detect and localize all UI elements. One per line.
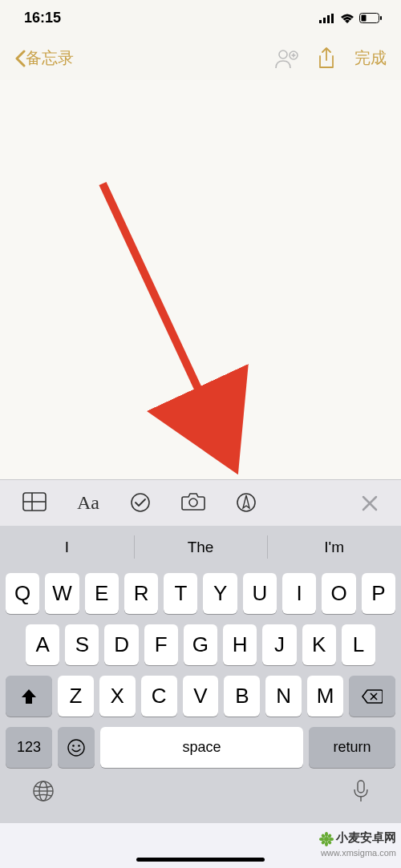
key-r[interactable]: R bbox=[124, 573, 158, 614]
svg-point-32 bbox=[325, 842, 328, 846]
camera-icon[interactable] bbox=[181, 492, 205, 514]
svg-point-31 bbox=[325, 832, 328, 837]
svg-rect-6 bbox=[380, 16, 382, 20]
key-g[interactable]: G bbox=[184, 624, 217, 665]
collaborate-icon[interactable] bbox=[274, 48, 298, 69]
svg-rect-5 bbox=[362, 15, 367, 22]
key-p[interactable]: P bbox=[362, 573, 395, 614]
key-d[interactable]: D bbox=[104, 624, 138, 665]
key-m[interactable]: M bbox=[307, 676, 343, 717]
suggestion-bar: I The I'm bbox=[0, 526, 401, 568]
key-l[interactable]: L bbox=[342, 624, 375, 665]
svg-point-16 bbox=[189, 499, 197, 507]
notes-toolbar: Aa bbox=[0, 479, 401, 526]
share-icon[interactable] bbox=[318, 47, 335, 70]
keyboard-row-1: Q W E R T Y U I O P bbox=[3, 573, 398, 614]
svg-rect-28 bbox=[358, 781, 364, 793]
checklist-icon[interactable] bbox=[130, 492, 151, 514]
battery-icon bbox=[359, 13, 382, 23]
keyboard-row-4: 123 space return bbox=[3, 727, 398, 768]
key-a[interactable]: A bbox=[26, 624, 59, 665]
key-o[interactable]: O bbox=[322, 573, 355, 614]
key-u[interactable]: U bbox=[243, 573, 277, 614]
close-keyboard-icon[interactable] bbox=[361, 495, 379, 512]
suggestion-2[interactable]: The bbox=[134, 526, 268, 568]
return-key[interactable]: return bbox=[309, 727, 395, 768]
wifi-icon bbox=[340, 13, 354, 23]
keyboard-bottom-bar bbox=[0, 772, 401, 823]
key-b[interactable]: B bbox=[224, 676, 260, 717]
done-button[interactable]: 完成 bbox=[354, 47, 387, 69]
keyboard-row-3: Z X C V B N M bbox=[3, 676, 398, 717]
navigation-bar: 备忘录 完成 bbox=[0, 36, 401, 80]
svg-rect-3 bbox=[331, 14, 334, 23]
key-t[interactable]: T bbox=[164, 573, 197, 614]
key-n[interactable]: N bbox=[265, 676, 302, 717]
status-indicators bbox=[319, 13, 382, 23]
keyboard-row-2: A S D F G H J K L bbox=[3, 624, 398, 665]
svg-point-34 bbox=[329, 838, 334, 841]
watermark: 小麦安卓网 www.xmsigma.com bbox=[318, 830, 396, 858]
back-button[interactable]: 备忘录 bbox=[14, 47, 74, 69]
suggestion-1[interactable]: I bbox=[0, 526, 134, 568]
home-indicator[interactable] bbox=[136, 858, 265, 862]
svg-rect-1 bbox=[323, 18, 326, 23]
key-s[interactable]: S bbox=[65, 624, 99, 665]
key-c[interactable]: C bbox=[141, 676, 177, 717]
backspace-key[interactable] bbox=[349, 676, 395, 717]
signal-icon bbox=[319, 14, 335, 23]
text-format-icon[interactable]: Aa bbox=[77, 492, 99, 514]
note-content-area[interactable] bbox=[0, 80, 401, 479]
status-bar: 16:15 bbox=[0, 0, 401, 36]
svg-point-24 bbox=[78, 745, 80, 747]
svg-point-30 bbox=[324, 837, 329, 842]
svg-point-15 bbox=[132, 494, 149, 511]
table-icon[interactable] bbox=[22, 492, 47, 514]
svg-point-22 bbox=[68, 740, 84, 756]
suggestion-3[interactable]: I'm bbox=[267, 526, 401, 568]
watermark-brand: 小麦安卓网 bbox=[336, 830, 396, 844]
keyboard: Q W E R T Y U I O P A S D F G H J K L Z … bbox=[0, 568, 401, 772]
key-j[interactable]: J bbox=[262, 624, 296, 665]
shift-key[interactable] bbox=[6, 676, 52, 717]
numbers-key[interactable]: 123 bbox=[6, 727, 52, 768]
key-z[interactable]: Z bbox=[58, 676, 94, 717]
key-h[interactable]: H bbox=[223, 624, 257, 665]
key-e[interactable]: E bbox=[85, 573, 119, 614]
globe-icon[interactable] bbox=[32, 780, 55, 805]
status-time: 16:15 bbox=[24, 10, 61, 26]
key-k[interactable]: K bbox=[302, 624, 336, 665]
watermark-url: www.xmsigma.com bbox=[321, 848, 396, 858]
key-i[interactable]: I bbox=[282, 573, 316, 614]
svg-point-23 bbox=[72, 745, 75, 747]
key-w[interactable]: W bbox=[45, 573, 79, 614]
emoji-key[interactable] bbox=[58, 727, 95, 768]
markup-icon[interactable] bbox=[236, 492, 257, 514]
key-y[interactable]: Y bbox=[203, 573, 237, 614]
svg-rect-0 bbox=[319, 20, 322, 23]
key-v[interactable]: V bbox=[183, 676, 219, 717]
mic-icon[interactable] bbox=[353, 780, 369, 805]
space-key[interactable]: space bbox=[100, 727, 303, 768]
key-q[interactable]: Q bbox=[6, 573, 39, 614]
key-x[interactable]: X bbox=[99, 676, 136, 717]
svg-point-33 bbox=[319, 838, 324, 841]
key-f[interactable]: F bbox=[144, 624, 178, 665]
back-label: 备忘录 bbox=[26, 47, 74, 69]
svg-point-7 bbox=[279, 50, 287, 59]
svg-rect-2 bbox=[327, 15, 330, 23]
